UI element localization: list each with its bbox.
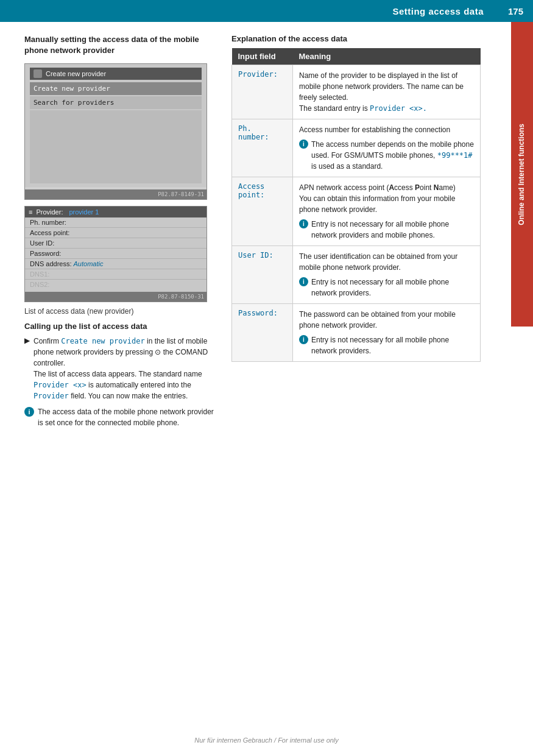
screenshot1-title: Create new provider xyxy=(46,70,106,77)
code-provider-field: Provider xyxy=(34,392,69,400)
screenshot1-titlebar: Create new provider xyxy=(30,68,202,80)
screenshot-provider-detail: ≡ Provider: provider 1 Ph. number: Acces… xyxy=(24,206,207,302)
info-icon: i xyxy=(24,407,34,417)
screenshot2-footer-text: P82.87-8150-31 xyxy=(158,294,204,300)
screenshot1-inner: Create new provider Create new provider … xyxy=(25,64,206,187)
table-row-access-point: Accesspoint: APN network access point (A… xyxy=(232,177,481,246)
password-info-text: Entry is not necessary for all mobile ph… xyxy=(311,334,474,356)
field-user-id: User ID: xyxy=(25,238,206,249)
main-content: Manually setting the access data of the … xyxy=(0,22,511,445)
field-access-point: Access point: xyxy=(25,228,206,238)
header-title: Setting access data xyxy=(392,6,484,16)
col-header-meaning: Meaning xyxy=(293,48,481,65)
name-bold: N xyxy=(434,183,439,192)
meaning-provider-note: The standard entry is xyxy=(299,104,370,113)
instruction-text: Confirm Create new provider in the list … xyxy=(34,336,219,401)
section-title-calling: Calling up the list of access data xyxy=(24,322,219,331)
meaning-provider-code: Provider <x>. xyxy=(370,104,427,113)
meaning-provider: Name of the provider to be displayed in … xyxy=(293,65,481,119)
point-bold: P xyxy=(415,183,420,192)
meaning-user-id: The user identification can be obtained … xyxy=(293,246,481,304)
screenshot2-label: Provider: xyxy=(36,208,63,216)
right-column: Explanation of the access data Input fie… xyxy=(231,34,481,433)
field-name-password: Password: xyxy=(232,304,293,362)
screenshot1-footer-text: P82.87-8149-31 xyxy=(158,191,204,197)
screenshot2-value: provider 1 xyxy=(69,208,99,216)
table-row-ph-number: Ph. number: Access number for establishi… xyxy=(232,119,481,177)
table-row-password: Password: The password can be obtained f… xyxy=(232,304,481,362)
info-text-access-data: The access data of the mobile phone netw… xyxy=(38,406,219,428)
meaning-password: The password can be obtained from your m… xyxy=(293,304,481,362)
field-name-provider: Provider: xyxy=(232,65,293,119)
meaning-ph-number: Access number for establishing the conne… xyxy=(293,119,481,177)
sidebar-label-text: Online and Internet functions xyxy=(517,124,527,225)
user-id-info-text: Entry is not necessary for all mobile ph… xyxy=(311,277,474,299)
instruction-block: ▶ Confirm Create new provider in the lis… xyxy=(24,336,219,401)
meaning-access-point-text1: APN network access point (Access Point N… xyxy=(299,183,456,192)
field-dns2: DNS2: xyxy=(25,280,206,289)
password-info: i Entry is not necessary for all mobile … xyxy=(299,334,474,356)
screenshot2-footer: P82.87-8150-31 xyxy=(25,292,206,302)
access-data-table: Input field Meaning Provider: Name of th… xyxy=(231,48,481,362)
field-name-access-point: Accesspoint: xyxy=(232,177,293,246)
field-password: Password: xyxy=(25,249,206,259)
page-footer: Nur für internen Gebrauch / For internal… xyxy=(0,737,533,744)
password-info-icon: i xyxy=(299,335,308,344)
header-bar: Setting access data 175 xyxy=(0,0,533,22)
ph-number-info-icon: i xyxy=(299,140,308,149)
screenshot2-titlebar: ≡ Provider: provider 1 xyxy=(25,207,206,217)
info-block-access-data: i The access data of the mobile phone ne… xyxy=(24,406,219,428)
ph-number-info: i The access number depends on the mobil… xyxy=(299,139,474,172)
ph-number-info-text: The access number depends on the mobile … xyxy=(311,139,474,172)
access-bold: A xyxy=(389,183,394,192)
screenshot-caption: List of access data (new provider) xyxy=(24,307,219,316)
meaning-provider-text: Name of the provider to be displayed in … xyxy=(299,71,464,102)
code-provider-x: Provider <x> xyxy=(34,381,86,389)
screenshot1-empty-area xyxy=(30,110,202,183)
arrow-symbol: ▶ xyxy=(24,336,30,345)
field-ph-number: Ph. number: xyxy=(25,217,206,228)
meaning-access-point-text2: You can obtain this information from you… xyxy=(299,194,455,214)
screenshot1-item2: Search for providers xyxy=(30,96,202,109)
right-title: Explanation of the access data xyxy=(231,34,481,43)
screenshot1-footer: P82.87-8149-31 xyxy=(25,189,206,199)
meaning-user-id-text: The user identification can be obtained … xyxy=(299,252,457,272)
meaning-password-text: The password can be obtained from your m… xyxy=(299,310,456,330)
user-id-info-icon: i xyxy=(299,277,308,286)
left-title: Manually setting the access data of the … xyxy=(24,34,219,56)
left-column: Manually setting the access data of the … xyxy=(24,34,231,433)
access-point-info-icon: i xyxy=(299,219,308,228)
meaning-access-point: APN network access point (Access Point N… xyxy=(293,177,481,246)
col-header-input-field: Input field xyxy=(232,48,293,65)
dns-value: Automatic xyxy=(74,260,104,267)
code-create-new-provider: Create new provider xyxy=(61,337,144,345)
footer-text: Nur für internen Gebrauch / For internal… xyxy=(194,737,339,744)
screenshot1-item1: Create new provider xyxy=(30,82,202,95)
access-point-info: i Entry is not necessary for all mobile … xyxy=(299,219,474,241)
field-name-ph-number: Ph. number: xyxy=(232,119,293,177)
screenshot2-icon: ≡ xyxy=(29,208,32,216)
table-row-user-id: User ID: The user identification can be … xyxy=(232,246,481,304)
field-dns1: DNS1: xyxy=(25,269,206,280)
screenshot-create-provider: Create new provider Create new provider … xyxy=(24,63,207,200)
field-name-user-id: User ID: xyxy=(232,246,293,304)
field-dns-address: DNS address: Automatic xyxy=(25,259,206,269)
sidebar-label: Online and Internet functions xyxy=(511,22,533,327)
gsm-code: *99***1# xyxy=(437,151,473,160)
screenshot1-icon xyxy=(34,69,42,78)
meaning-ph-number-text: Access number for establishing the conne… xyxy=(299,125,450,134)
table-row-provider: Provider: Name of the provider to be dis… xyxy=(232,65,481,119)
page-number: 175 xyxy=(508,6,523,16)
access-point-info-text: Entry is not necessary for all mobile ph… xyxy=(311,219,474,241)
user-id-info: i Entry is not necessary for all mobile … xyxy=(299,277,474,299)
